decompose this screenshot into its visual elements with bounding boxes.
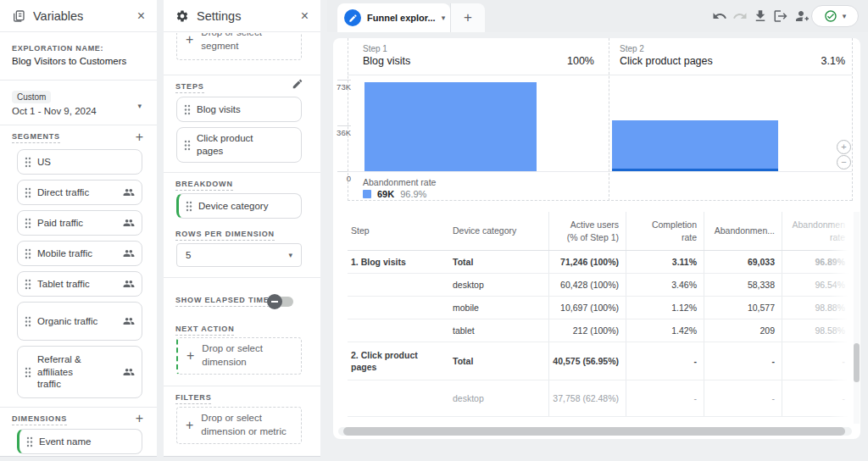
drag-handle-icon[interactable]	[184, 104, 191, 115]
add-tab-button[interactable]: +	[450, 3, 485, 32]
toggle-knob	[267, 294, 282, 309]
caret-down-icon: ▾	[288, 251, 292, 259]
segment-label: Paid traffic	[37, 217, 117, 230]
rows-per-dimension-value: 5	[186, 250, 191, 260]
step-card-blog-visits[interactable]: Blog visits	[176, 97, 302, 122]
drag-handle-icon[interactable]	[25, 279, 31, 290]
segment-label: Mobile traffic	[37, 247, 117, 260]
breakdown-label: BREAKDOWN	[175, 180, 233, 191]
zoom-in-button[interactable]: +	[837, 140, 851, 154]
exploration-name[interactable]: Blog Visitors to Customers	[12, 56, 126, 66]
close-icon[interactable]: ×	[301, 9, 309, 23]
elapsed-time-toggle[interactable]	[270, 297, 293, 307]
rows-per-dimension-select[interactable]: 5 ▾	[176, 243, 302, 267]
date-range-picker[interactable]: Custom Oct 1 - Nov 9, 2024	[12, 88, 97, 116]
date-preset-chip: Custom	[12, 91, 51, 103]
funnel-bar-step2[interactable]	[612, 120, 778, 171]
dashed-border	[609, 38, 609, 201]
divider	[0, 407, 157, 408]
step2-label: Step 2	[620, 44, 644, 53]
drag-handle-icon[interactable]	[25, 248, 31, 259]
share-with-people-icon[interactable]	[793, 8, 809, 24]
table-row: mobile 10,697 (100%) 1.12% 10,577 98.88%	[348, 297, 852, 319]
next-action-placeholder: Drop or select dimension	[202, 342, 282, 369]
divider	[164, 75, 320, 75]
step1-label: Step 1	[363, 44, 387, 53]
filters-drop-zone[interactable]: + Drop or select dimension or metric	[176, 407, 302, 444]
horizontal-scrollbar[interactable]	[338, 427, 852, 436]
download-icon[interactable]	[753, 8, 768, 24]
table-header-row: Step Device category Active users(% of S…	[348, 212, 852, 251]
breakdown-value: Device category	[198, 200, 294, 213]
breakdown-card-device-category[interactable]: Device category	[176, 193, 302, 219]
y-tick-label: 73K	[333, 82, 351, 92]
segment-label: Direct traffic	[37, 186, 117, 199]
filters-label: FILTERS	[175, 393, 211, 404]
step-label: Blog visits	[197, 103, 294, 116]
drag-handle-icon[interactable]	[25, 316, 31, 327]
funnel-chart: Step 1 Blog visits 100% Step 2 Click pro…	[333, 38, 860, 201]
table-row: 1. Blog visits Total 71,246 (100%) 3.11%…	[348, 251, 852, 274]
date-range-value: Oct 1 - Nov 9, 2024	[12, 106, 97, 116]
segment-card-direct-traffic[interactable]: Direct traffic	[17, 180, 142, 205]
caret-down-icon: ▾	[442, 14, 446, 22]
table-row: tablet 212 (100%) 1.42% 209 98.58%	[348, 319, 852, 342]
caret-down-icon[interactable]: ▾	[137, 102, 142, 110]
segment-card-mobile-traffic[interactable]: Mobile traffic	[17, 241, 142, 266]
segment-drop-zone[interactable]: + Drop or select segment	[176, 33, 302, 60]
pencil-icon	[344, 9, 361, 26]
close-icon[interactable]: ×	[137, 9, 145, 23]
add-dimension-button[interactable]: +	[136, 412, 143, 425]
vertical-scrollbar[interactable]	[854, 212, 860, 424]
legend-rate: 96.9%	[400, 189, 426, 199]
check-circle-icon	[824, 9, 837, 23]
segment-card-paid-traffic[interactable]: Paid traffic	[17, 210, 142, 236]
panel-title: Variables	[33, 9, 83, 23]
vertical-scrollbar-thumb[interactable]	[854, 343, 860, 382]
redo-icon[interactable]	[732, 8, 748, 24]
table-row: desktop 60,428 (100%) 3.46% 58,338 96.54…	[348, 274, 852, 297]
rows-per-dimension-label: ROWS PER DIMENSION	[175, 230, 275, 241]
next-action-drop-zone[interactable]: + Drop or select dimension	[176, 337, 302, 375]
drag-handle-icon[interactable]	[26, 436, 33, 447]
tab-funnel-exploration[interactable]: Funnel explor... ▾	[337, 3, 450, 32]
dimension-card-event-name[interactable]: Event name	[17, 429, 142, 454]
legend-swatch	[363, 190, 371, 198]
drag-handle-icon[interactable]	[184, 140, 191, 151]
segment-card-referral-traffic[interactable]: Referral & affiliates traffic	[17, 346, 142, 398]
step-card-click-product-pages[interactable]: Click product pages	[176, 127, 302, 163]
segment-label: Organic traffic	[37, 315, 98, 328]
drag-handle-icon[interactable]	[25, 218, 31, 229]
variables-header: Variables ×	[0, 0, 157, 32]
segment-card-us[interactable]: US	[17, 149, 142, 175]
x-axis-line	[348, 171, 852, 172]
funnel-bar-step1[interactable]	[364, 82, 537, 171]
undo-icon[interactable]	[712, 8, 727, 24]
drag-handle-icon[interactable]	[25, 367, 31, 378]
divider	[0, 80, 157, 81]
drag-handle-icon[interactable]	[25, 187, 31, 198]
people-icon	[123, 366, 135, 378]
edit-steps-icon[interactable]	[292, 78, 303, 90]
settings-header: Settings ×	[164, 0, 320, 32]
export-icon[interactable]	[773, 8, 788, 24]
segment-card-tablet-traffic[interactable]: Tablet traffic	[17, 271, 142, 297]
drag-handle-icon[interactable]	[25, 157, 31, 168]
people-icon	[123, 247, 135, 259]
segment-card-organic-traffic[interactable]: Organic traffic	[17, 302, 142, 341]
validation-status-button[interactable]: ▾	[811, 5, 859, 27]
horizontal-scrollbar-thumb[interactable]	[343, 427, 845, 436]
plus-icon: +	[186, 349, 194, 363]
tab-label: Funnel explor...	[367, 13, 436, 23]
panel-title: Settings	[197, 9, 241, 23]
step-header-divider	[348, 75, 852, 75]
drag-handle-icon[interactable]	[186, 201, 192, 212]
divider	[0, 125, 157, 125]
segment-drop-placeholder: Drop or select segment	[201, 33, 292, 53]
add-segment-button[interactable]: +	[136, 131, 143, 144]
zoom-out-button[interactable]: −	[837, 155, 851, 169]
segment-drop-clip: + Drop or select segment	[164, 33, 320, 67]
filters-placeholder: Drop or select dimension or metric	[201, 412, 290, 438]
legend-value: 69K	[377, 189, 394, 199]
col-header-abandonments: Abandonmen...	[704, 212, 782, 250]
